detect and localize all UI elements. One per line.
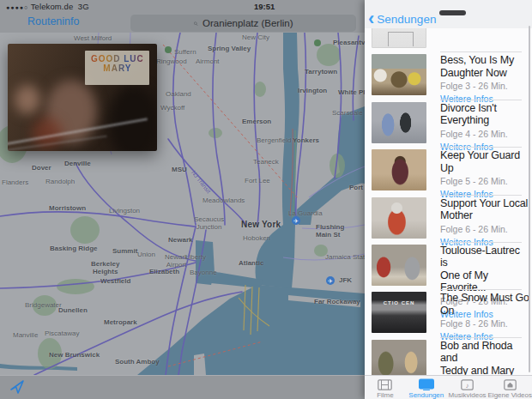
search-icon: ⌕	[193, 18, 198, 28]
episode-thumbnail[interactable]	[372, 292, 426, 333]
video-figure-left	[15, 85, 40, 114]
map-label: New Brunswick	[49, 352, 100, 360]
map-label: Secaucus Junction	[194, 216, 224, 231]
airport-badge-laguardia[interactable]: ✈	[292, 216, 300, 225]
map-label: JFK	[339, 277, 352, 285]
episode-row[interactable]: Bob and Rhoda and Teddy and Mary Folge 9…	[365, 338, 532, 375]
map-label: Elizabeth	[149, 269, 179, 276]
episode-title: The Snow Must Go On	[440, 292, 529, 317]
search-value: Oranienplatz (Berlin)	[203, 18, 293, 28]
tab-sendungen[interactable]: Sendungen	[406, 376, 447, 399]
episode-title: Support Your Local Mother	[440, 197, 529, 222]
episode-row[interactable]: Weitere Infos	[365, 28, 532, 52]
pip-video-overlay[interactable]: GOOD LUC MARY	[8, 44, 157, 151]
episode-thumbnail[interactable]	[372, 245, 426, 286]
map-label: Bridgewater	[25, 302, 62, 310]
episode-thumbnail[interactable]	[372, 340, 426, 375]
episode-thumbnail[interactable]	[372, 28, 426, 48]
map-label: Dunellen	[58, 307, 88, 315]
back-button[interactable]: ‹ Sendungen	[368, 12, 436, 26]
episode-list[interactable]: Weitere Infos Bess, You Is My Daughter N…	[365, 28, 532, 375]
map-label: New City	[242, 34, 269, 42]
episode-title: Keep Your Guard Up	[440, 149, 529, 174]
search-input[interactable]: ⌕ Oranienplatz (Berlin)	[130, 15, 356, 32]
video-app-panel: ‹ Sendungen Weitere Infos Bess, You Is M…	[365, 0, 532, 399]
map-label: Tarrytown	[305, 69, 337, 76]
music-note-icon: ♪	[461, 378, 474, 390]
tab-filme[interactable]: Filme	[365, 376, 406, 399]
map-label: Pleasantville	[333, 39, 365, 47]
map-label: Fort Lee	[245, 178, 270, 185]
current-location-button[interactable]	[9, 378, 26, 396]
screen: ✈ ✈ West MilfordNew CitySpring ValleySuf…	[0, 0, 532, 399]
episode-subtitle: Folge 8 - 26 Min.	[440, 318, 529, 329]
episode-thumbnail[interactable]	[372, 149, 426, 190]
route-info-button[interactable]: Routeninfo	[27, 15, 79, 27]
signal-strength-icon: ●●●●○	[6, 4, 28, 10]
maps-bottom-bar	[0, 375, 365, 399]
episode-thumbnail[interactable]	[372, 102, 426, 143]
map-label: Suffern	[174, 49, 196, 57]
episode-title: Bess, You Is My Daughter Now	[440, 54, 529, 79]
episode-subtitle: Folge 6 - 26 Min.	[440, 224, 529, 234]
map-label: Liberty	[185, 254, 206, 262]
map-label: Bergenfield	[257, 137, 291, 145]
svg-text:♪: ♪	[466, 381, 469, 389]
map-label: Denville	[64, 160, 91, 168]
map-label: Jamaica Station	[325, 254, 365, 262]
episode-row[interactable]: The Snow Must Go On Folge 8 - 26 Min. We…	[365, 290, 532, 337]
video-figure-right	[109, 85, 157, 151]
map-label: Metropark	[104, 319, 137, 327]
episode-title: Toulouse-Lautrec is One of My Favorite..…	[440, 245, 529, 294]
episode-thumbnail[interactable]	[372, 54, 426, 95]
panel-header: ‹ Sendungen	[365, 0, 532, 28]
map-label: Piscataway	[45, 330, 79, 338]
status-time: 19:51	[254, 2, 275, 11]
episode-row[interactable]: Keep Your Guard Up Folge 5 - 26 Min. Wei…	[365, 148, 532, 195]
map-label: Flanders	[2, 179, 28, 187]
tv-icon	[418, 378, 435, 390]
maps-app-pane[interactable]: ✈ ✈ West MilfordNew CitySpring ValleySuf…	[0, 0, 365, 399]
episode-row[interactable]: Support Your Local Mother Folge 6 - 26 M…	[365, 196, 532, 243]
back-button-label: Sendungen	[377, 13, 436, 26]
map-label: White Plains	[338, 89, 365, 97]
episode-row[interactable]: Toulouse-Lautrec is One of My Favorite..…	[365, 243, 532, 290]
map-label: West Milford	[74, 35, 112, 43]
episode-row[interactable]: Bess, You Is My Daughter Now Folge 3 - 2…	[365, 52, 532, 100]
map-label: Flushing Main St	[316, 224, 344, 239]
map-label: Oakland	[166, 91, 191, 99]
airport-badge-jfk[interactable]: ✈	[326, 276, 335, 285]
svg-text:✈: ✈	[328, 278, 333, 284]
map-label: Emerson	[242, 118, 271, 126]
tab-eigene-videos[interactable]: Eigene Videos	[488, 376, 532, 399]
chevron-left-icon: ‹	[368, 12, 374, 26]
film-icon	[378, 378, 392, 390]
map-label: Summit	[112, 248, 137, 256]
tab-bar: Filme Sendungen ♪ Musikvi	[365, 375, 532, 399]
episode-subtitle: Folge 3 - 26 Min.	[440, 81, 529, 91]
map-label: Port Washington	[349, 184, 365, 192]
episode-row[interactable]: Divorce Isn't Everything Folge 4 - 26 Mi…	[365, 100, 532, 148]
map-label: Berkeley Heights	[91, 261, 119, 275]
map-label: Teaneck	[253, 159, 279, 166]
map-label: Airmont	[196, 58, 220, 66]
map-label: Manville	[13, 332, 38, 340]
tab-musikvideos[interactable]: ♪ Musikvideos	[447, 376, 488, 399]
slideover-grab-handle[interactable]	[439, 10, 466, 15]
map-label: Dover	[32, 165, 51, 172]
home-icon	[504, 378, 517, 390]
episode-thumbnail[interactable]	[372, 197, 426, 239]
episode-title: Divorce Isn't Everything	[440, 102, 529, 127]
map-label: Far Rockaway	[314, 299, 360, 306]
map-label: Livingston	[109, 208, 140, 215]
map-label: New York	[241, 221, 281, 229]
episode-subtitle: Folge 5 - 26 Min.	[440, 176, 529, 186]
video-banner: GOOD LUC MARY	[85, 51, 149, 85]
banner-line1: GOOD LUC	[85, 54, 149, 63]
scrollbar[interactable]	[529, 26, 531, 372]
map-label: Morristown	[49, 205, 86, 213]
map-label: Bayonne	[190, 269, 217, 277]
episode-subtitle: Folge 4 - 26 Min.	[440, 129, 529, 139]
map-label: Hoboken	[243, 235, 270, 243]
episode-title: Bob and Rhoda and Teddy and Mary	[440, 340, 529, 375]
